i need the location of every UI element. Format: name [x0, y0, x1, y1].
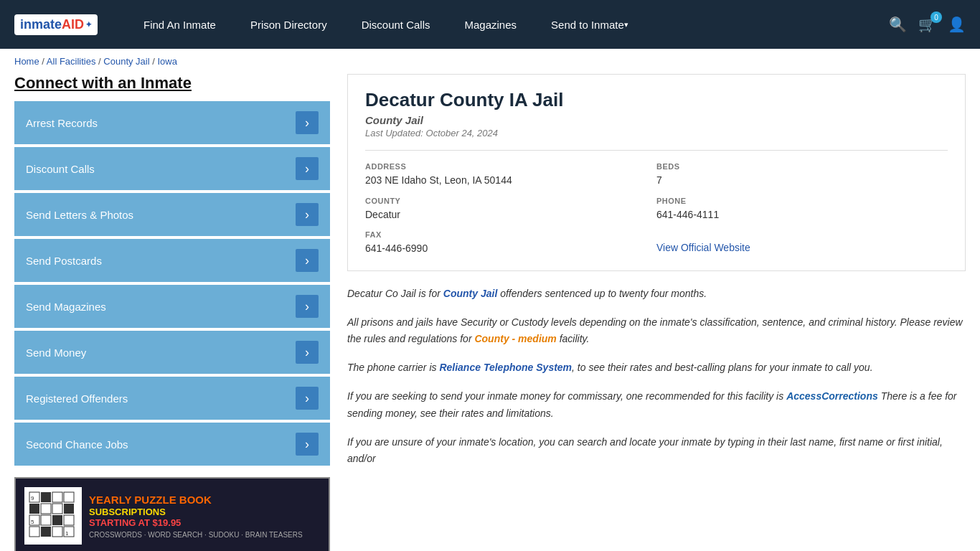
- sidebar: Connect with an Inmate Arrest Records › …: [14, 74, 330, 551]
- phone-cell: PHONE 641-446-4111: [656, 197, 948, 222]
- sidebar-send-postcards[interactable]: Send Postcards ›: [14, 239, 330, 282]
- county-cell: COUNTY Decatur: [365, 197, 656, 222]
- breadcrumb-county-jail[interactable]: County Jail: [103, 56, 149, 67]
- svg-rect-11: [64, 515, 74, 525]
- desc-para-4: If you are seeking to send your inmate m…: [347, 388, 966, 423]
- search-icon[interactable]: 🔍: [889, 16, 907, 33]
- facility-type: County Jail: [365, 114, 948, 126]
- ad-subtitle: SUBSCRIPTIONS: [89, 507, 303, 517]
- chevron-right-icon: ›: [296, 111, 319, 134]
- beds-label: BEDS: [656, 162, 948, 171]
- facility-card: Decatur County IA Jail County Jail Last …: [347, 74, 966, 271]
- main-content: Decatur County IA Jail County Jail Last …: [347, 74, 966, 551]
- chevron-right-icon: ›: [296, 387, 319, 410]
- chevron-right-icon: ›: [296, 295, 319, 318]
- desc-para-2: All prisons and jails have Security or C…: [347, 314, 966, 349]
- svg-rect-4: [29, 504, 39, 514]
- sidebar-registered-offenders[interactable]: Registered Offenders ›: [14, 377, 330, 420]
- navbar: inmateAID ✦ Find An Inmate Prison Direct…: [0, 0, 980, 49]
- ad-text: YEARLY PUZZLE BOOK SUBSCRIPTIONS STARTIN…: [89, 494, 303, 539]
- svg-rect-12: [29, 527, 39, 537]
- svg-rect-5: [41, 504, 51, 514]
- sidebar-discount-calls[interactable]: Discount Calls ›: [14, 147, 330, 190]
- sidebar-send-magazines[interactable]: Send Magazines ›: [14, 285, 330, 328]
- ad-title: YEARLY PUZZLE BOOK: [89, 494, 303, 507]
- svg-rect-9: [41, 515, 51, 525]
- chevron-right-icon: ›: [296, 157, 319, 180]
- chevron-right-icon: ›: [296, 433, 319, 456]
- svg-rect-6: [52, 504, 62, 514]
- nav-magazines[interactable]: Magazines: [448, 0, 534, 49]
- sidebar-arrest-records[interactable]: Arrest Records ›: [14, 101, 330, 144]
- main-layout: Connect with an Inmate Arrest Records › …: [0, 74, 980, 551]
- address-cell: ADDRESS 203 NE Idaho St, Leon, IA 50144: [365, 162, 656, 188]
- svg-text:1: 1: [65, 530, 69, 537]
- sidebar-title: Connect with an Inmate: [14, 74, 330, 93]
- desc-para-3: The phone carrier is Reliance Telephone …: [347, 359, 966, 377]
- ad-price: STARTING AT $19.95: [89, 517, 303, 528]
- breadcrumb-iowa[interactable]: Iowa: [157, 56, 176, 67]
- nav-icons: 🔍 🛒 0 👤: [889, 16, 966, 33]
- cart-icon[interactable]: 🛒 0: [918, 16, 936, 33]
- beds-value: 7: [656, 174, 948, 188]
- county-medium-link[interactable]: County - medium: [474, 333, 556, 344]
- address-label: ADDRESS: [365, 162, 656, 171]
- puzzle-ad-icon: 9 5 1: [24, 487, 82, 545]
- phone-label: PHONE: [656, 197, 948, 205]
- fax-value: 641-446-6990: [365, 242, 656, 256]
- svg-rect-3: [64, 492, 74, 502]
- county-value: Decatur: [365, 208, 656, 222]
- svg-text:9: 9: [31, 495, 34, 501]
- desc-para-1: Decatur Co Jail is for County Jail offen…: [347, 286, 966, 303]
- breadcrumb-all-facilities[interactable]: All Facilities: [47, 56, 96, 67]
- fax-cell: FAX 641-446-6990: [365, 230, 656, 256]
- website-cell: View Official Website: [656, 230, 948, 256]
- phone-value: 641-446-4111: [656, 208, 948, 222]
- county-label: COUNTY: [365, 197, 656, 205]
- nav-links: Find An Inmate Prison Directory Discount…: [126, 0, 889, 49]
- facility-info-grid: ADDRESS 203 NE Idaho St, Leon, IA 50144 …: [365, 150, 948, 256]
- svg-rect-7: [64, 504, 74, 514]
- chevron-right-icon: ›: [296, 249, 319, 272]
- breadcrumb-home[interactable]: Home: [14, 56, 39, 67]
- site-logo: inmateAID ✦: [14, 14, 98, 35]
- chevron-right-icon: ›: [296, 341, 319, 364]
- desc-para-5: If you are unsure of your inmate's locat…: [347, 434, 966, 468]
- sidebar-send-money[interactable]: Send Money ›: [14, 331, 330, 374]
- access-corrections-link[interactable]: AccessCorrections: [786, 390, 878, 402]
- svg-rect-10: [52, 515, 62, 525]
- reliance-telephone-link[interactable]: Reliance Telephone System: [439, 362, 572, 373]
- cart-badge: 0: [930, 11, 942, 23]
- svg-rect-2: [52, 492, 62, 502]
- fax-label: FAX: [365, 230, 656, 239]
- view-official-website-link[interactable]: View Official Website: [656, 242, 750, 253]
- svg-rect-1: [41, 492, 51, 502]
- nav-send-to-inmate[interactable]: Send to Inmate: [534, 0, 646, 49]
- sidebar-second-chance-jobs[interactable]: Second Chance Jobs ›: [14, 423, 330, 466]
- svg-rect-14: [52, 527, 62, 537]
- beds-cell: BEDS 7: [656, 162, 948, 188]
- svg-text:5: 5: [31, 519, 34, 525]
- sidebar-send-letters[interactable]: Send Letters & Photos ›: [14, 193, 330, 236]
- advertisement-banner[interactable]: 9 5 1 YEARLY PUZZLE BOOK SUBSCRIPTIONS S…: [14, 477, 330, 551]
- chevron-right-icon: ›: [296, 203, 319, 226]
- logo-container[interactable]: inmateAID ✦: [14, 14, 98, 35]
- ad-types: CROSSWORDS · WORD SEARCH · SUDOKU · BRAI…: [89, 531, 303, 539]
- county-jail-link[interactable]: County Jail: [443, 288, 497, 299]
- svg-rect-13: [41, 527, 51, 537]
- nav-prison-directory[interactable]: Prison Directory: [233, 0, 344, 49]
- facility-description: Decatur Co Jail is for County Jail offen…: [347, 286, 966, 468]
- nav-discount-calls[interactable]: Discount Calls: [344, 0, 448, 49]
- breadcrumb: Home / All Facilities / County Jail / Io…: [0, 49, 980, 74]
- user-icon[interactable]: 👤: [948, 16, 966, 33]
- facility-last-updated: Last Updated: October 24, 2024: [365, 128, 948, 138]
- nav-find-inmate[interactable]: Find An Inmate: [126, 0, 233, 49]
- address-value: 203 NE Idaho St, Leon, IA 50144: [365, 174, 656, 188]
- facility-name: Decatur County IA Jail: [365, 89, 948, 111]
